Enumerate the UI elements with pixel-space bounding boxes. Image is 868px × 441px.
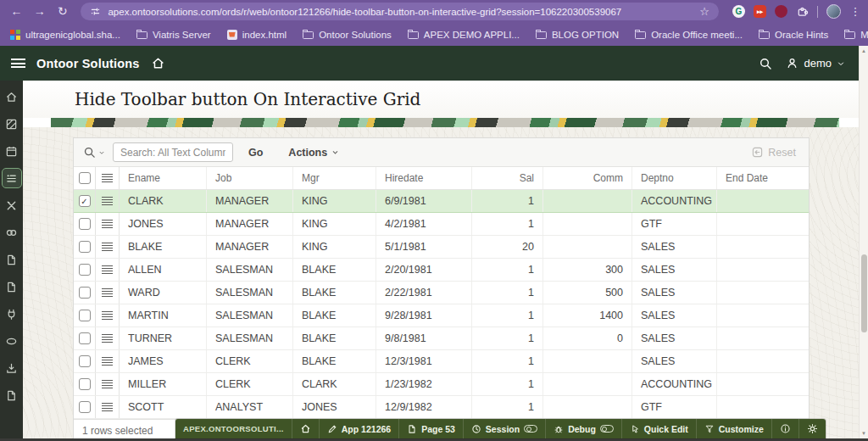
red-extension-icon[interactable]: ▸▸ <box>754 5 766 18</box>
bookmark-item[interactable]: Oracle Office meeti... <box>635 30 743 40</box>
cell-deptno[interactable]: SALES <box>632 350 717 372</box>
cell-end-date[interactable] <box>717 282 809 304</box>
row-checkbox[interactable]: ✓ <box>74 190 96 212</box>
search-column-selector[interactable] <box>83 146 105 159</box>
devbar-app-button[interactable]: App 121266 <box>319 419 398 438</box>
column-header-job[interactable]: Job <box>207 167 293 189</box>
cell-mgr[interactable]: CLARK <box>293 373 376 395</box>
cell-end-date[interactable] <box>717 190 809 212</box>
devbar-info-button[interactable] <box>771 419 798 438</box>
go-button[interactable]: Go <box>243 146 268 159</box>
cell-sal[interactable]: 1 <box>472 213 543 235</box>
column-header-end-date[interactable]: End Date <box>717 167 809 189</box>
devbar-home-button[interactable] <box>292 419 319 438</box>
bookmark-item[interactable]: Ontoor Solutions <box>303 30 392 40</box>
bookmark-item[interactable]: Viatris Server <box>136 30 211 40</box>
cell-job[interactable]: MANAGER <box>207 213 293 235</box>
cell-end-date[interactable] <box>717 373 809 395</box>
sidebar-item-links[interactable] <box>2 222 22 243</box>
devbar-settings-button[interactable] <box>798 419 826 438</box>
cell-job[interactable]: SALESMAN <box>207 327 293 349</box>
cell-sal[interactable]: 1 <box>472 190 543 212</box>
scroll-down-icon[interactable]: ▼ <box>860 431 868 436</box>
cell-comm[interactable]: 0 <box>543 327 632 349</box>
row-checkbox[interactable] <box>74 396 96 418</box>
back-icon[interactable]: ← <box>7 0 26 23</box>
cell-deptno[interactable]: ACCOUNTING <box>632 373 717 395</box>
table-row[interactable]: JONES MANAGER KING 4/2/1981 1 GTF <box>74 213 809 236</box>
row-checkbox[interactable] <box>74 327 96 349</box>
grammarly-extension-icon[interactable]: G <box>732 5 745 18</box>
column-header-mgr[interactable]: Mgr <box>293 167 376 189</box>
cell-ename[interactable]: TURNER <box>120 327 207 349</box>
header-row-menu[interactable] <box>96 167 120 189</box>
cell-ename[interactable]: MILLER <box>120 373 207 395</box>
cell-job[interactable]: CLERK <box>207 350 293 372</box>
search-input[interactable] <box>113 142 233 162</box>
devbar-debug-button[interactable]: Debug <box>545 419 621 438</box>
cell-hiredate[interactable]: 4/2/1981 <box>376 213 472 235</box>
cell-comm[interactable] <box>543 190 632 212</box>
cell-sal[interactable]: 1 <box>472 373 543 395</box>
cell-comm[interactable]: 1400 <box>543 304 632 327</box>
table-row[interactable]: JAMES CLERK BLAKE 12/3/1981 1 SALES <box>74 350 809 373</box>
row-checkbox[interactable] <box>74 213 96 235</box>
actions-menu-button[interactable]: Actions <box>288 147 339 159</box>
row-menu[interactable] <box>96 236 120 258</box>
table-row[interactable]: MILLER CLERK CLARK 1/23/1982 1 ACCOUNTIN… <box>74 373 809 396</box>
row-menu[interactable] <box>96 213 120 235</box>
search-icon[interactable] <box>759 57 772 70</box>
sidebar-item-page2[interactable] <box>2 276 22 297</box>
row-checkbox[interactable] <box>74 282 96 304</box>
cell-hiredate[interactable]: 9/8/1981 <box>376 327 472 349</box>
table-row[interactable]: MARTIN SALESMAN BLAKE 9/28/1981 1 1400 S… <box>74 304 809 327</box>
session-toggle[interactable] <box>524 425 537 433</box>
cell-comm[interactable] <box>543 373 632 395</box>
debug-toggle[interactable] <box>600 425 614 433</box>
cell-sal[interactable]: 1 <box>472 259 543 281</box>
scrollbar-thumb[interactable] <box>861 254 867 332</box>
cell-sal[interactable]: 20 <box>472 236 543 258</box>
row-menu[interactable] <box>96 373 120 395</box>
url-text[interactable]: apex.ontoorsolutions.com/ords/r/web/onto… <box>108 7 621 17</box>
cell-job[interactable]: MANAGER <box>207 190 293 212</box>
cell-sal[interactable]: 1 <box>472 282 543 304</box>
cell-deptno[interactable]: SALES <box>632 259 717 281</box>
cell-mgr[interactable]: KING <box>293 236 376 258</box>
browser-menu-icon[interactable]: ⋮ <box>849 5 861 18</box>
devbar-session-button[interactable]: Session <box>463 419 545 438</box>
cell-end-date[interactable] <box>717 213 809 235</box>
devbar-quick-edit-button[interactable]: Quick Edit <box>621 419 696 438</box>
scroll-up-icon[interactable]: ▲ <box>860 48 868 53</box>
row-menu[interactable] <box>96 304 120 327</box>
profile-avatar[interactable] <box>826 4 841 19</box>
cell-ename[interactable]: JONES <box>120 213 207 235</box>
cell-hiredate[interactable]: 2/22/1981 <box>376 282 472 304</box>
cell-job[interactable]: SALESMAN <box>207 259 293 281</box>
cell-ename[interactable]: SCOTT <box>120 396 207 418</box>
cell-ename[interactable]: ALLEN <box>120 259 207 281</box>
page-scrollbar[interactable]: ▲ ▼ <box>859 46 868 438</box>
reset-button[interactable]: Reset <box>752 147 796 159</box>
site-settings-icon[interactable] <box>90 6 101 17</box>
cell-job[interactable]: SALESMAN <box>207 282 293 304</box>
user-menu[interactable]: demo <box>786 57 845 70</box>
bookmark-item[interactable]: Mobile app blog <box>844 30 868 40</box>
cell-deptno[interactable]: GTF <box>632 213 717 235</box>
sidebar-item-app-builder[interactable] <box>2 114 22 134</box>
cell-deptno[interactable]: SALES <box>632 304 717 327</box>
cell-deptno[interactable]: SALES <box>632 282 717 304</box>
cell-job[interactable]: MANAGER <box>207 236 293 258</box>
sidebar-item-page[interactable] <box>2 249 22 270</box>
maroon-extension-icon[interactable] <box>775 5 787 18</box>
cell-sal[interactable]: 1 <box>472 350 543 372</box>
cell-deptno[interactable]: SALES <box>632 236 717 258</box>
cell-ename[interactable]: MARTIN <box>120 304 207 327</box>
cell-deptno[interactable]: GTF <box>632 396 717 418</box>
cell-mgr[interactable]: BLAKE <box>293 304 376 327</box>
cell-hiredate[interactable]: 5/1/1981 <box>376 236 472 258</box>
row-menu[interactable] <box>96 350 120 372</box>
cell-sal[interactable]: 1 <box>472 327 543 349</box>
cell-comm[interactable] <box>543 396 632 418</box>
cell-ename[interactable]: JAMES <box>120 350 207 372</box>
